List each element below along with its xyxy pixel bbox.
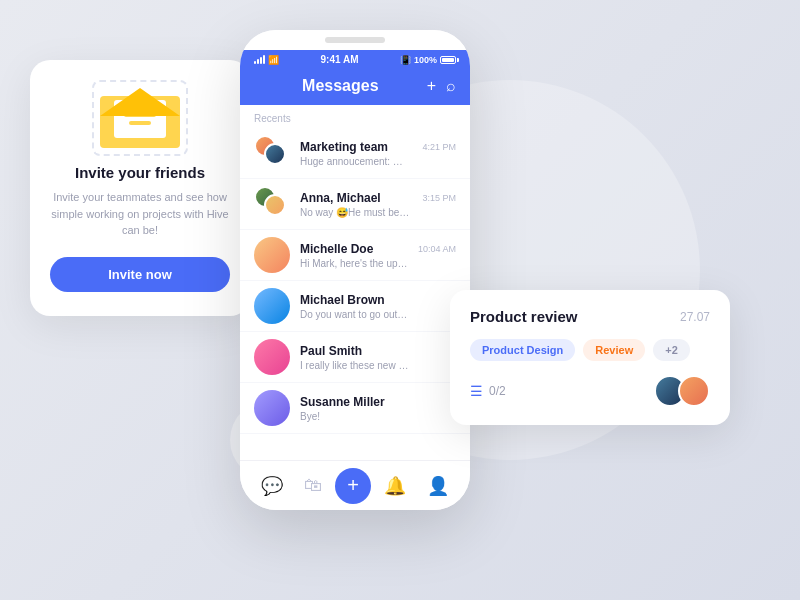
message-list: Marketing team 4:21 PM Huge annoucement:… (240, 128, 470, 460)
message-preview: Huge annoucement: we will release new ve… (300, 156, 410, 167)
letter-line-2 (129, 121, 151, 125)
phone-frame: 📶 9:41 AM 📳 100% Messages + ⌕ Recents (240, 30, 470, 510)
message-content: Paul Smith I really like these new gloss… (300, 344, 456, 371)
message-preview: Hi Mark, here's the update you've reques… (300, 258, 410, 269)
message-preview: No way 😅He must be kidding! (300, 207, 410, 218)
phone-notch-area (240, 30, 470, 50)
message-preview: I really like these new glossy elements (300, 360, 410, 371)
invite-card: Invite your friends Invite your teammate… (30, 60, 250, 316)
message-item[interactable]: Michelle Doe 10:04 AM Hi Mark, here's th… (240, 230, 470, 281)
message-name-row: Susanne Miller (300, 395, 456, 409)
sig-4 (263, 55, 265, 64)
review-date: 27.07 (680, 310, 710, 324)
avatar (254, 288, 290, 324)
review-title: Product review (470, 308, 578, 325)
chat-icon: 💬 (261, 475, 283, 497)
battery-percent: 100% (414, 55, 437, 65)
message-name: Paul Smith (300, 344, 362, 358)
invite-description: Invite your teammates and see how simple… (50, 189, 230, 239)
avatar-group (254, 135, 290, 171)
bell-icon: 🔔 (384, 475, 406, 497)
message-preview: Do you want to go out tonight? (300, 309, 410, 320)
review-header: Product review 27.07 (470, 308, 710, 325)
tag-more[interactable]: +2 (653, 339, 690, 361)
message-content: Michael Brown Do you want to go out toni… (300, 293, 456, 320)
avatar-group (254, 186, 290, 222)
avatar-mini-4 (264, 194, 286, 216)
status-left: 📶 (254, 55, 279, 65)
sig-2 (257, 59, 259, 64)
sig-1 (254, 61, 256, 64)
bag-icon: 🛍 (304, 475, 322, 496)
message-name-row: Anna, Michael 3:15 PM (300, 191, 456, 205)
avatar (254, 237, 290, 273)
recents-label: Recents (240, 105, 470, 128)
status-right: 📳 100% (400, 55, 456, 65)
message-time: 4:21 PM (422, 142, 456, 152)
nav-chat[interactable]: 💬 (253, 467, 291, 505)
message-name: Marketing team (300, 140, 388, 154)
message-name-row: Marketing team 4:21 PM (300, 140, 456, 154)
message-preview: Bye! (300, 411, 410, 422)
message-name-row: Michelle Doe 10:04 AM (300, 242, 456, 256)
progress-value: 0/2 (489, 384, 506, 398)
message-name: Susanne Miller (300, 395, 385, 409)
avatar-mini-2 (264, 143, 286, 165)
nav-bell[interactable]: 🔔 (376, 467, 414, 505)
message-item[interactable]: Michael Brown Do you want to go out toni… (240, 281, 470, 332)
message-name: Michelle Doe (300, 242, 373, 256)
tag-review[interactable]: Review (583, 339, 645, 361)
wifi-icon: 📶 (268, 55, 279, 65)
message-time: 3:15 PM (422, 193, 456, 203)
status-bar: 📶 9:41 AM 📳 100% (240, 50, 470, 69)
messages-title: Messages (302, 77, 379, 95)
message-item[interactable]: Anna, Michael 3:15 PM No way 😅He must be… (240, 179, 470, 230)
message-name-row: Paul Smith (300, 344, 456, 358)
battery-fill (442, 58, 454, 62)
invite-title: Invite your friends (50, 164, 230, 181)
messages-header: Messages + ⌕ (240, 69, 470, 105)
message-name-row: Michael Brown (300, 293, 456, 307)
review-avatars (654, 375, 710, 407)
invite-button[interactable]: Invite now (50, 257, 230, 292)
header-actions: + ⌕ (427, 77, 456, 95)
message-content: Anna, Michael 3:15 PM No way 😅He must be… (300, 191, 456, 218)
message-item[interactable]: Marketing team 4:21 PM Huge annoucement:… (240, 128, 470, 179)
envelope-flap (100, 88, 180, 116)
nav-person[interactable]: 👤 (419, 467, 457, 505)
review-footer: ☰ 0/2 (470, 375, 710, 407)
review-tags: Product Design Review +2 (470, 339, 710, 361)
message-name: Anna, Michael (300, 191, 381, 205)
person-icon: 👤 (427, 475, 449, 497)
sig-3 (260, 57, 262, 64)
avatar (254, 339, 290, 375)
nav-add-button[interactable]: + (335, 468, 371, 504)
bottom-nav: 💬 🛍 + 🔔 👤 (240, 460, 470, 510)
review-card: Product review 27.07 Product Design Revi… (450, 290, 730, 425)
reviewer-avatar-2 (678, 375, 710, 407)
message-content: Michelle Doe 10:04 AM Hi Mark, here's th… (300, 242, 456, 269)
bluetooth-icon: 📳 (400, 55, 411, 65)
message-item[interactable]: Paul Smith I really like these new gloss… (240, 332, 470, 383)
message-item[interactable]: Susanne Miller Bye! (240, 383, 470, 434)
message-name: Michael Brown (300, 293, 385, 307)
status-time: 9:41 AM (320, 54, 358, 65)
message-content: Marketing team 4:21 PM Huge annoucement:… (300, 140, 456, 167)
message-content: Susanne Miller Bye! (300, 395, 456, 422)
avatar (254, 390, 290, 426)
progress-icon: ☰ (470, 383, 483, 399)
nav-bag[interactable]: 🛍 (296, 467, 330, 504)
battery-icon (440, 56, 456, 64)
search-button[interactable]: ⌕ (446, 77, 456, 95)
phone-notch (325, 37, 385, 43)
envelope-icon (100, 88, 180, 148)
message-time: 10:04 AM (418, 244, 456, 254)
review-progress: ☰ 0/2 (470, 383, 506, 399)
add-button[interactable]: + (427, 77, 436, 95)
signal-bars (254, 55, 265, 64)
tag-product-design[interactable]: Product Design (470, 339, 575, 361)
